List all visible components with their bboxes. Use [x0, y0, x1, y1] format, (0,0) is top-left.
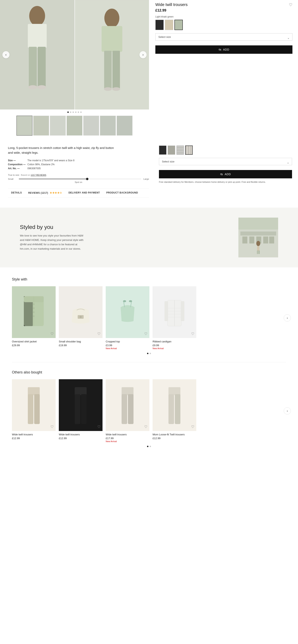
- product-card-image-2: ♡: [59, 286, 103, 338]
- others-card-4-wishlist[interactable]: ♡: [191, 424, 194, 429]
- thumbnail-3[interactable]: [50, 116, 66, 136]
- styled-photo-svg: [238, 218, 278, 258]
- heart-icon: ♡: [289, 2, 293, 7]
- dot-1[interactable]: [67, 112, 69, 113]
- rating-reviews-link[interactable]: 1217 REVIEWS: [31, 174, 46, 176]
- others-card-2-wishlist[interactable]: ♡: [97, 424, 101, 429]
- rating-bar-fill: [19, 179, 86, 179]
- others-card-1[interactable]: ♡ Wide twill trousers £12.99: [12, 379, 56, 442]
- thumbnail-4[interactable]: [67, 116, 82, 136]
- main-image-container: ‹ ›: [0, 0, 149, 110]
- svg-point-39: [123, 300, 126, 302]
- second-add-to-cart-button[interactable]: 🛍 ADD: [159, 170, 292, 178]
- style-dot-2[interactable]: [149, 353, 151, 354]
- rating-dot: [86, 178, 88, 180]
- svg-point-22: [256, 241, 260, 246]
- dot-2[interactable]: [70, 112, 71, 113]
- trousers-3-svg: [116, 383, 140, 427]
- card-2-wishlist[interactable]: ♡: [97, 332, 101, 336]
- others-card-4[interactable]: ♡ Mom Loose-fit Twill trousers £12.99: [152, 379, 196, 442]
- style-with-card-3[interactable]: ♡ Cropped top £3.99 New Arrival: [106, 286, 149, 350]
- dot-4[interactable]: [75, 112, 76, 113]
- svg-rect-25: [259, 250, 260, 254]
- svg-rect-24: [257, 250, 258, 254]
- style-with-card-2[interactable]: ♡ Small shoulder bag £19.99: [59, 286, 103, 350]
- next-image-button[interactable]: ›: [140, 51, 147, 58]
- bag-icon: 🛍: [219, 48, 222, 51]
- prev-image-button[interactable]: ‹: [2, 51, 9, 58]
- styled-by-you-section: Styled by you We love to see how you sty…: [0, 208, 298, 267]
- section-divider: [12, 362, 286, 362]
- card-2-price: £19.99: [59, 344, 103, 347]
- others-card-1-wishlist[interactable]: ♡: [50, 424, 54, 429]
- art-no-row: Art. No. — 0963087005: [8, 167, 149, 170]
- add-to-cart-button[interactable]: 🛍 ADD: [155, 46, 293, 54]
- main-image-right: [74, 0, 149, 110]
- thumbnail-2[interactable]: [33, 116, 49, 136]
- others-card-image-4: ♡: [152, 379, 196, 431]
- description-section: Long, 5-pocket trousers in stretch cotto…: [0, 138, 298, 202]
- tab-details[interactable]: DETAILS: [8, 188, 25, 198]
- styled-title: Styled by you: [20, 224, 87, 230]
- others-card-2[interactable]: ♡ Wide twill trousers £12.99: [59, 379, 103, 442]
- dot-3[interactable]: [73, 112, 74, 113]
- color-swatch-black[interactable]: [155, 20, 164, 30]
- thumbnail-6[interactable]: [100, 116, 116, 136]
- styled-user-photo: [238, 218, 278, 258]
- description-left: Long, 5-pocket trousers in stretch cotto…: [4, 146, 153, 198]
- product-price: £12.99: [155, 8, 293, 12]
- second-size-select[interactable]: Select size 4 6 8 10 12: [159, 158, 292, 165]
- size-label: Size —: [8, 159, 26, 162]
- tab-background[interactable]: PRODUCT BACKGROUND: [103, 188, 141, 198]
- style-dot-1[interactable]: [147, 353, 149, 354]
- others-card-3-wishlist[interactable]: ♡: [144, 424, 148, 429]
- others-dot-1[interactable]: [147, 446, 149, 447]
- card-1-wishlist[interactable]: ♡: [50, 332, 54, 336]
- jacket-svg: [20, 292, 48, 332]
- thumbnail-5[interactable]: [83, 116, 99, 136]
- card-1-price: £29.99: [12, 344, 56, 347]
- left-arrow-icon: ‹: [5, 53, 6, 56]
- card-4-wishlist[interactable]: ♡: [191, 332, 194, 336]
- image-dots: [0, 110, 149, 114]
- svg-point-36: [80, 316, 82, 318]
- others-next-button[interactable]: ›: [284, 407, 291, 414]
- dot-6[interactable]: [80, 112, 82, 113]
- others-card-3[interactable]: ♡ Wide twill trousers £17.99 New Arrival: [106, 379, 149, 442]
- rating-bar: [19, 179, 141, 179]
- svg-rect-10: [104, 51, 112, 88]
- product-title-row: Wide twill trousers ♡: [155, 2, 293, 7]
- swatch2-grey[interactable]: [168, 146, 175, 155]
- tab-reviews[interactable]: REVIEWS (1217) ★★★★☆: [25, 188, 65, 198]
- svg-rect-52: [75, 387, 87, 395]
- others-card-2-name: Wide twill trousers: [59, 433, 103, 436]
- svg-rect-17: [242, 236, 247, 244]
- rating-based: Based on 1217 REVIEWS: [21, 174, 46, 176]
- svg-rect-50: [28, 394, 33, 424]
- swatch2-black[interactable]: [159, 146, 166, 155]
- swatch2-selected[interactable]: [185, 146, 193, 155]
- others-dot-2[interactable]: [149, 446, 151, 447]
- thumbnail-1[interactable]: [16, 116, 32, 136]
- swatch2-stripe[interactable]: [176, 146, 184, 155]
- svg-rect-57: [128, 394, 134, 424]
- card-3-wishlist[interactable]: ♡: [144, 332, 148, 336]
- svg-point-40: [129, 300, 132, 302]
- model-image-left-svg: [0, 0, 74, 110]
- card-4-name: Ribbed cardigan: [152, 340, 196, 343]
- style-with-card-4[interactable]: ♡ Ribbed cardigan £9.99 New Arrival: [152, 286, 196, 350]
- style-with-section: Style with ♡ Oversized shirt jacket: [0, 267, 298, 360]
- bag-svg: [67, 298, 95, 326]
- tab-delivery[interactable]: DELIVERY AND PAYMENT: [65, 188, 103, 198]
- color-swatch-khaki-green[interactable]: [174, 20, 183, 30]
- style-with-next-button[interactable]: ›: [284, 314, 291, 322]
- others-title: Others also bought: [12, 370, 286, 374]
- style-with-card-1[interactable]: ♡ Oversized shirt jacket £29.99: [12, 286, 56, 350]
- size-select[interactable]: Select size 4 6 8 10 12 14 16: [155, 33, 293, 40]
- thumbnail-7[interactable]: [117, 116, 133, 136]
- color-swatch-beige[interactable]: [165, 20, 173, 30]
- wishlist-button[interactable]: ♡: [289, 2, 293, 7]
- dot-5[interactable]: [78, 112, 79, 113]
- others-card-2-price: £12.99: [59, 437, 103, 440]
- description-right-panel: Select size 4 6 8 10 12 🛍 ADD Free stand…: [153, 146, 294, 198]
